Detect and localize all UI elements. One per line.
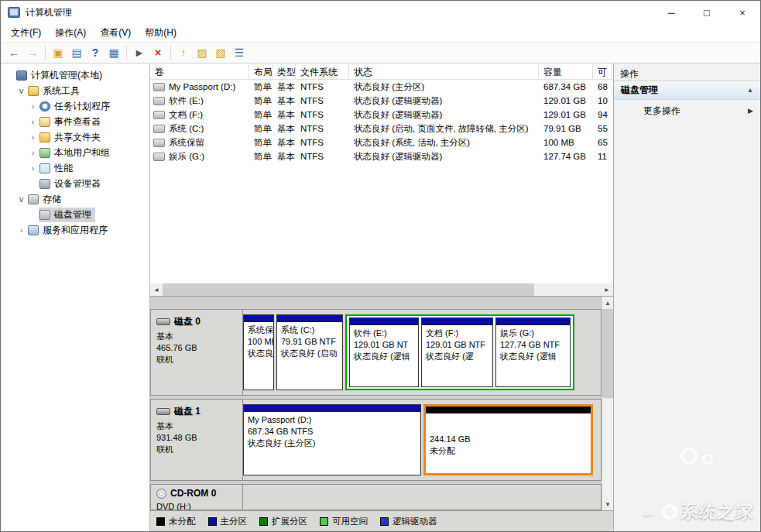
chevron-right-icon[interactable]: › [27, 163, 39, 173]
tree-item-content: 服务和应用程序 [27, 223, 111, 238]
tree-item-computer[interactable]: 计算机管理(本地) [1, 67, 149, 83]
legend-bar: 未分配主分区扩展分区可用空间逻辑驱动器 [150, 510, 613, 531]
partition-block[interactable]: My Passport (D:)687.34 GB NTFS状态良好 (主分区) [243, 404, 421, 475]
horizontal-scroll-thumb[interactable] [163, 283, 534, 296]
maximize-button[interactable]: □ [689, 1, 725, 24]
vertical-scroll-thumb[interactable] [602, 309, 613, 398]
disk-info-line: 基本 [156, 420, 238, 432]
tree-item-local-users[interactable]: ›本地用户和组 [1, 145, 149, 160]
partition-color-band [496, 318, 570, 325]
volume-row[interactable]: 系统 (C:)简单基本NTFS状态良好 (启动, 页面文件, 故障转储, 主分区… [150, 122, 613, 136]
volume-cell: 简单 [249, 137, 273, 149]
volume-name: 娱乐 (G:) [169, 151, 204, 163]
column-header[interactable]: 容量 [539, 63, 593, 79]
tree-item-event-viewer[interactable]: ›事件查看器 [1, 114, 149, 129]
collapse-section-icon[interactable]: ▲ [747, 87, 753, 94]
minimize-button[interactable]: ─ [653, 1, 689, 24]
disk-info-box[interactable]: CD-ROM 0DVD (H:) [151, 485, 243, 510]
disk-management-icon [39, 210, 50, 220]
menu-item-view[interactable]: 查看(V) [93, 24, 138, 42]
tree-item-system-tools[interactable]: ∨系统工具 [1, 83, 149, 98]
volume-row[interactable]: My Passport (D:)简单基本NTFS状态良好 (主分区)687.34… [150, 80, 613, 94]
back-icon[interactable]: ← [5, 44, 22, 61]
tree-item-shared-folders[interactable]: ›共享文件夹 [1, 129, 149, 145]
partition-block[interactable]: 娱乐 (G:)127.74 GB NTF状态良好 (逻辑 [495, 317, 571, 387]
table-view-icon[interactable]: ▤ [68, 44, 85, 61]
close-button[interactable]: × [725, 1, 760, 24]
console-window-icon[interactable]: ▣ [50, 44, 67, 61]
partition-size: 129.01 GB NT [354, 339, 414, 351]
tree-item-services[interactable]: ›服务和应用程序 [1, 222, 149, 238]
grid-view-icon[interactable]: ▦ [105, 44, 122, 61]
menu-item-action[interactable]: 操作(A) [48, 24, 93, 42]
action-arrow-icon[interactable]: ► [131, 44, 148, 61]
menu-item-file[interactable]: 文件(F) [4, 24, 48, 42]
help-icon[interactable]: ? [87, 44, 104, 61]
chevron-right-icon[interactable]: › [27, 148, 39, 157]
scroll-right-button[interactable]: ► [601, 283, 613, 296]
help-topics-icon[interactable]: ☰ [231, 44, 248, 61]
chevron-right-icon[interactable]: › [15, 225, 27, 235]
chevron-right-icon[interactable]: › [27, 132, 39, 142]
legend-color-swatch [156, 517, 165, 526]
partition-block[interactable]: 文档 (F:)129.01 GB NTF状态良好 (逻 [421, 317, 493, 387]
volume-icon [153, 153, 165, 161]
chevron-down-icon[interactable]: ∨ [15, 86, 27, 96]
chevron-right-icon[interactable]: › [27, 117, 39, 126]
legend-label: 扩展分区 [272, 516, 307, 527]
partition-strip: My Passport (D:)687.34 GB NTFS状态良好 (主分区)… [243, 400, 601, 480]
volume-cell: NTFS [296, 138, 349, 147]
volume-cell: 状态良好 (逻辑驱动器) [349, 151, 539, 163]
actions-section-disk-management[interactable]: 磁盘管理 ▲ [614, 81, 760, 100]
volume-name: 软件 (E:) [169, 95, 204, 107]
partition-color-band [244, 315, 273, 322]
column-header[interactable]: 状态 [349, 63, 539, 79]
disk-info-box[interactable]: 磁盘 1基本931.48 GB联机 [151, 400, 243, 480]
properties-icon[interactable]: ▧ [212, 44, 229, 61]
chevron-right-icon: ▶ [748, 107, 753, 115]
tree-item-task-scheduler[interactable]: ›任务计划程序 [1, 98, 149, 114]
scroll-up-button[interactable]: ▲ [602, 297, 613, 309]
scroll-down-button[interactable]: ▼ [602, 498, 613, 510]
disk-name-text: 磁盘 0 [174, 315, 201, 328]
toolbar-separator [126, 46, 127, 60]
disk-info-box[interactable]: 磁盘 0基本465.76 GB联机 [151, 310, 243, 395]
partition-block[interactable]: 系统保留100 MB状态良好 [243, 314, 274, 390]
column-header[interactable]: 文件系统 [296, 63, 349, 79]
refresh-icon[interactable]: ↑ [175, 44, 192, 61]
menu-item-help[interactable]: 帮助(H) [138, 24, 183, 42]
partition-block[interactable]: 系统 (C:)79.91 GB NTF状态良好 (启动 [276, 314, 343, 390]
volume-row[interactable]: 软件 (E:)简单基本NTFS状态良好 (逻辑驱动器)129.01 GB10 [150, 94, 613, 108]
unallocated-region[interactable]: 244.14 GB未分配 [423, 404, 593, 475]
chevron-right-icon[interactable]: › [27, 101, 39, 111]
export-icon[interactable]: ▨ [194, 44, 211, 61]
tree-item-device-manager[interactable]: 设备管理器 [1, 176, 149, 191]
column-header[interactable]: 类型 [273, 63, 296, 79]
tree-item-performance[interactable]: ›性能 [1, 160, 149, 176]
tree-item-storage[interactable]: ∨存储 [1, 191, 149, 207]
partition-size: 79.91 GB NTF [281, 336, 338, 348]
tree-item-content: 设备管理器 [39, 177, 105, 191]
volume-row[interactable]: 系统保留简单基本NTFS状态良好 (系统, 活动, 主分区)100 MB65 [150, 136, 613, 149]
legend-item: 逻辑驱动器 [380, 516, 437, 527]
delete-icon[interactable]: × [149, 44, 166, 61]
more-actions-item[interactable]: 更多操作 ▶ [614, 100, 760, 122]
partition-status: 状态良好 [248, 348, 269, 359]
horizontal-scrollbar[interactable]: ◄ ► [150, 283, 613, 296]
disk-name: CD-ROM 0 [156, 488, 238, 499]
column-header[interactable]: 布局 [249, 63, 273, 79]
chevron-down-icon[interactable]: ∨ [15, 194, 27, 204]
volume-row[interactable]: 文档 (F:)简单基本NTFS状态良好 (逻辑驱动器)129.01 GB94 [150, 108, 613, 122]
column-header[interactable]: 卷 [150, 63, 249, 79]
partition-color-band [277, 315, 342, 322]
vertical-scrollbar[interactable]: ▲ ▼ [602, 297, 613, 510]
scroll-left-button[interactable]: ◄ [150, 283, 163, 296]
volume-row[interactable]: 娱乐 (G:)简单基本NTFS状态良好 (逻辑驱动器)127.74 GB11 [150, 149, 613, 163]
tree-item-disk-management[interactable]: 磁盘管理 [1, 207, 149, 222]
partition-name: 系统 (C:) [281, 324, 338, 336]
forward-icon[interactable]: → [24, 44, 41, 61]
partition-text: 系统 (C:)79.91 GB NTF状态良好 (启动 [277, 322, 342, 359]
volume-cell: 简单 [249, 81, 273, 93]
column-header[interactable]: 可 [593, 63, 612, 79]
partition-block[interactable]: 软件 (E:)129.01 GB NT状态良好 (逻辑 [349, 317, 419, 387]
